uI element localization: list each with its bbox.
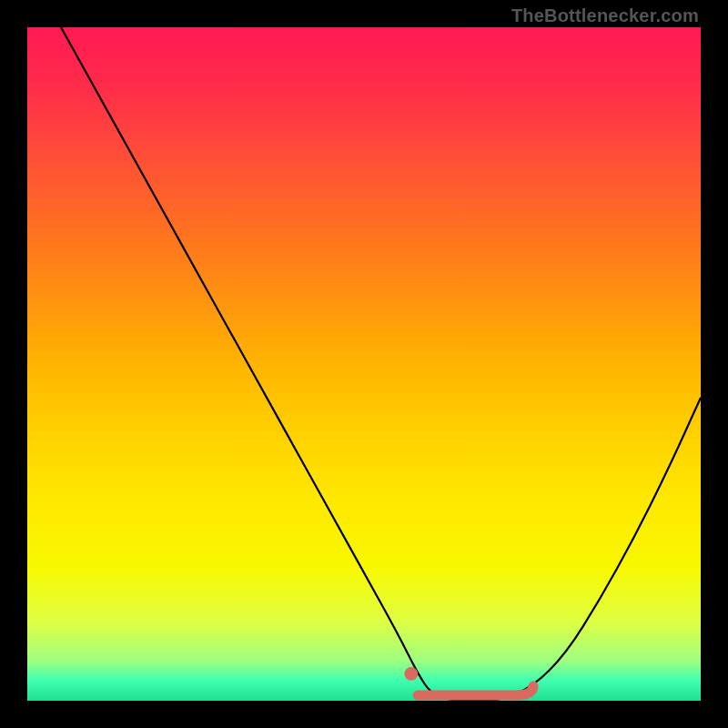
optimal-range-marker [418,686,533,695]
plot-area [27,27,701,701]
chart-svg [27,27,701,701]
optimal-start-dot [404,667,418,681]
chart-frame: TheBottlenecker.com [0,0,728,728]
bottleneck-curve [61,27,701,701]
watermark-text: TheBottlenecker.com [511,5,699,26]
